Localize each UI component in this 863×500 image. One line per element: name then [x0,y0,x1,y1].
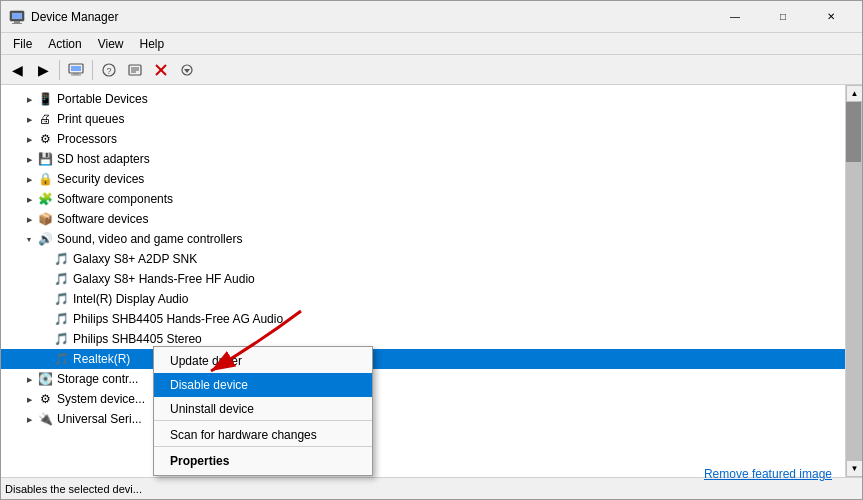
portable-icon: 📱 [37,91,53,107]
tree-label-galaxy-a2dp: Galaxy S8+ A2DP SNK [73,252,197,266]
properties-button[interactable] [123,59,147,81]
minimize-button[interactable]: — [712,1,758,33]
tree-label-philips-ag: Philips SHB4405 Hands-Free AG Audio [73,312,283,326]
scrollbar[interactable]: ▲ ▼ [845,85,862,477]
tree-item-storage[interactable]: 💽 Storage contr... [1,369,845,389]
system-icon: ⚙ [37,391,53,407]
ctx-update-driver[interactable]: Update driver [154,349,372,373]
processors-icon: ⚙ [37,131,53,147]
expander-security [21,171,37,187]
expander-realtek [37,351,53,367]
audio-icon-4: 🎵 [53,311,69,327]
tree-label-galaxy-hf: Galaxy S8+ Hands-Free HF Audio [73,272,255,286]
forward-button[interactable]: ▶ [31,59,55,81]
audio-icon-6: 🎵 [53,351,69,367]
tree-label-storage: Storage contr... [57,372,138,386]
scroll-up-button[interactable]: ▲ [846,85,862,102]
sound-icon: 🔊 [37,231,53,247]
tree-item-print[interactable]: 🖨 Print queues [1,109,845,129]
tree-label-portable: Portable Devices [57,92,148,106]
status-text: Disables the selected devi... [5,483,142,495]
tree-item-system[interactable]: ⚙ System device... [1,389,845,409]
computer-button[interactable] [64,59,88,81]
scroll-thumb[interactable] [846,102,861,162]
ctx-disable-device[interactable]: Disable device [154,373,372,397]
svg-rect-5 [71,66,81,71]
tree-item-galaxy-hf[interactable]: 🎵 Galaxy S8+ Hands-Free HF Audio [1,269,845,289]
svg-marker-17 [184,69,190,73]
scroll-track[interactable] [846,102,862,460]
ctx-uninstall-device[interactable]: Uninstall device [154,397,372,421]
tree-label-intel: Intel(R) Display Audio [73,292,188,306]
tree-item-universal[interactable]: 🔌 Universal Seri... [1,409,845,429]
tree-label-security: Security devices [57,172,144,186]
tree-item-philips-ag[interactable]: 🎵 Philips SHB4405 Hands-Free AG Audio [1,309,845,329]
title-bar: Device Manager — □ ✕ [1,1,862,33]
remove-featured-image-link[interactable]: Remove featured image [704,467,832,481]
svg-text:?: ? [106,66,111,76]
tree-item-software-comp[interactable]: 🧩 Software components [1,189,845,209]
toolbar-separator-2 [92,60,93,80]
expander-system [21,391,37,407]
tree-label-sound: Sound, video and game controllers [57,232,242,246]
tree-label-system: System device... [57,392,145,406]
ctx-scan-changes[interactable]: Scan for hardware changes [154,423,372,447]
print-icon: 🖨 [37,111,53,127]
menu-bar: File Action View Help [1,33,862,55]
remove-button[interactable] [149,59,173,81]
expander-philips-stereo [37,331,53,347]
tree-item-sd-host[interactable]: 💾 SD host adapters [1,149,845,169]
menu-view[interactable]: View [90,35,132,53]
tree-item-sound[interactable]: 🔊 Sound, video and game controllers [1,229,845,249]
tree-item-portable[interactable]: 📱 Portable Devices [1,89,845,109]
tree-label-sd: SD host adapters [57,152,150,166]
menu-file[interactable]: File [5,35,40,53]
security-icon: 🔒 [37,171,53,187]
audio-icon-1: 🎵 [53,251,69,267]
tree-item-realtek[interactable]: 🎵 Realtek(R) [1,349,845,369]
sw-dev-icon: 📦 [37,211,53,227]
svg-rect-3 [12,23,22,24]
window-title: Device Manager [31,10,712,24]
expander-print [21,111,37,127]
svg-rect-7 [71,74,81,75]
tree-item-software-dev[interactable]: 📦 Software devices [1,209,845,229]
expander-galaxy-hf [37,271,53,287]
expander-sw-dev [21,211,37,227]
expander-sw-comp [21,191,37,207]
expander-philips-ag [37,311,53,327]
tree-label-processors: Processors [57,132,117,146]
scroll-down-button[interactable]: ▼ [846,460,862,477]
usb-icon: 🔌 [37,411,53,427]
update-button[interactable] [175,59,199,81]
audio-icon-5: 🎵 [53,331,69,347]
svg-rect-2 [14,21,20,23]
tree-item-philips-stereo[interactable]: 🎵 Philips SHB4405 Stereo [1,329,845,349]
tree-item-processors[interactable]: ⚙ Processors [1,129,845,149]
sw-comp-icon: 🧩 [37,191,53,207]
expander-galaxy-a2dp [37,251,53,267]
storage-icon: 💽 [37,371,53,387]
maximize-button[interactable]: □ [760,1,806,33]
toolbar: ◀ ▶ ? [1,55,862,85]
tree-item-security[interactable]: 🔒 Security devices [1,169,845,189]
audio-icon-3: 🎵 [53,291,69,307]
back-button[interactable]: ◀ [5,59,29,81]
menu-help[interactable]: Help [132,35,173,53]
tree-item-galaxy-a2dp[interactable]: 🎵 Galaxy S8+ A2DP SNK [1,249,845,269]
close-button[interactable]: ✕ [808,1,854,33]
menu-action[interactable]: Action [40,35,89,53]
context-menu: Update driver Disable device Uninstall d… [153,346,373,476]
expander-universal [21,411,37,427]
svg-rect-1 [12,13,22,19]
tree-label-print: Print queues [57,112,124,126]
tree-panel[interactable]: 📱 Portable Devices 🖨 Print queues ⚙ Proc… [1,85,845,477]
ctx-properties[interactable]: Properties [154,449,372,473]
expander-portable [21,91,37,107]
tree-label-realtek: Realtek(R) [73,352,130,366]
help-button[interactable]: ? [97,59,121,81]
device-manager-window: Device Manager — □ ✕ File Action View He… [0,0,863,500]
expander-intel [37,291,53,307]
app-icon [9,9,25,25]
tree-item-intel-display[interactable]: 🎵 Intel(R) Display Audio [1,289,845,309]
